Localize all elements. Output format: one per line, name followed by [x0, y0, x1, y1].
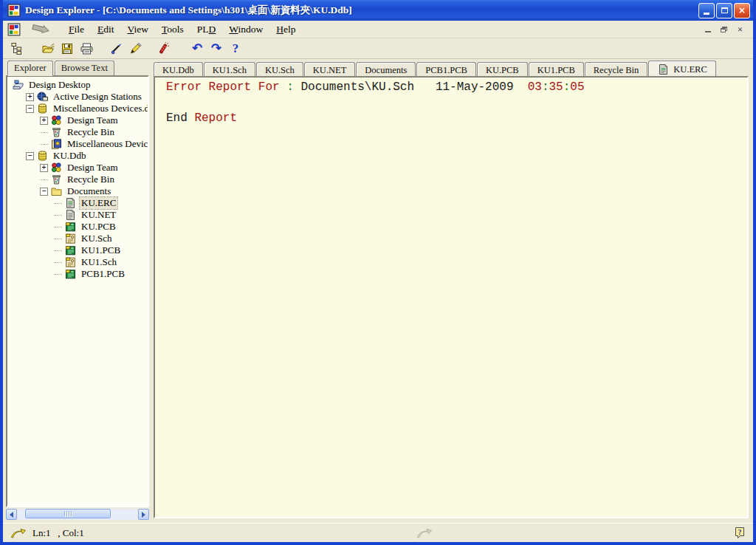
- doc-tab-ku-ddb[interactable]: KU.Ddb: [154, 62, 203, 76]
- tree-item-label: Recycle Bin: [66, 126, 116, 138]
- library-icon: [50, 138, 63, 150]
- expand-icon[interactable]: +: [26, 93, 34, 101]
- tree-item-design-team[interactable]: +Design Team: [9, 114, 148, 126]
- panel-tab-browse-text[interactable]: Browse Text: [55, 61, 114, 75]
- menu-help[interactable]: Help: [269, 22, 302, 37]
- toggle-design-manager-button[interactable]: [7, 40, 27, 58]
- menu-pld[interactable]: PLD: [190, 22, 223, 37]
- redo-button[interactable]: ↷: [207, 40, 226, 58]
- doc-tab-ku-sch[interactable]: KU.Sch: [256, 62, 303, 76]
- child-minimize-button[interactable]: [701, 24, 715, 35]
- doc-tab-label: Recycle Bin: [594, 65, 639, 76]
- scroll-thumb[interactable]: [25, 509, 111, 518]
- tree-item-ku-pcb[interactable]: KU.PCB: [9, 221, 148, 233]
- child-restore-button[interactable]: [717, 24, 731, 35]
- line-col-indicator: Ln:1 , Col:1: [32, 527, 84, 539]
- stations-icon: [36, 91, 49, 103]
- doc-tab-ku-erc[interactable]: KU.ERC: [648, 61, 716, 76]
- desktop-icon: [12, 79, 24, 91]
- tree-item-design-team[interactable]: +Design Team: [9, 162, 148, 174]
- tree-horizontal-scrollbar[interactable]: [6, 509, 149, 520]
- tree-item-ku-ddb[interactable]: −KU.Ddb: [9, 150, 148, 162]
- tree-item-label: KU.Ddb: [52, 150, 87, 162]
- doc-tab-pcb1-pcb[interactable]: PCB1.PCB: [416, 62, 476, 76]
- window-titlebar[interactable]: Design Explorer - [C:\Documents and Sett…: [3, 0, 753, 21]
- close-button[interactable]: ×: [734, 3, 750, 18]
- svg-text:?: ?: [738, 527, 742, 535]
- scroll-track[interactable]: [18, 509, 137, 520]
- doc-tab-ku1-sch[interactable]: KU1.Sch: [204, 62, 255, 76]
- tree-item-ku-sch[interactable]: KU.Sch: [9, 233, 148, 244]
- tree-item-ku-erc[interactable]: KU.ERC: [9, 197, 148, 209]
- tree-item-miscellaneous-devices-lib[interactable]: Miscellaneous Devices.lib: [9, 138, 148, 150]
- expand-icon[interactable]: +: [40, 164, 48, 172]
- doc-tab-documents[interactable]: Documents: [356, 62, 416, 76]
- doc-tab-label: KU.Ddb: [162, 65, 194, 76]
- doc-tab-ku-pcb[interactable]: KU.PCB: [477, 62, 528, 76]
- tree-item-label: KU1.PCB: [80, 244, 122, 256]
- tree-item-ku1-sch[interactable]: KU1.Sch: [9, 256, 148, 268]
- tree-item-miscellaneous-devices-ddb[interactable]: −Miscellaneous Devices.ddb: [9, 103, 148, 114]
- menu-file[interactable]: File: [62, 22, 91, 37]
- child-close-button[interactable]: ×: [733, 24, 747, 35]
- tree-item-ku1-pcb[interactable]: KU1.PCB: [9, 244, 148, 256]
- tree-item-design-desktop[interactable]: Design Desktop: [9, 79, 148, 91]
- menu-edit[interactable]: Edit: [91, 22, 121, 37]
- collapse-icon[interactable]: −: [26, 152, 34, 160]
- tree-item-recycle-bin[interactable]: Recycle Bin: [9, 174, 148, 185]
- run-erc-button[interactable]: [154, 40, 173, 58]
- tree-item-documents[interactable]: −Documents: [9, 185, 148, 197]
- tree-item-label: Documents: [66, 185, 112, 197]
- tree-item-ku-net[interactable]: KU.NET: [9, 209, 148, 221]
- erc-report-text: Error Report For : Documents\KU.Sch 11-M…: [155, 78, 747, 126]
- team-icon: [50, 162, 63, 174]
- menu-tools[interactable]: Tools: [155, 22, 190, 37]
- jump-arrow-icon: [10, 528, 27, 538]
- tree-item-label: Miscellaneous Devices.ddb: [52, 103, 149, 114]
- pen-icon: [128, 42, 142, 55]
- menu-window[interactable]: Window: [222, 22, 269, 37]
- app-logo-icon: [7, 4, 21, 17]
- tree-item-active-design-stations[interactable]: +Active Design Stations: [9, 91, 148, 103]
- expand-icon[interactable]: +: [40, 117, 48, 125]
- doc-tab-label: KU1.Sch: [213, 65, 247, 76]
- net-doc-icon: [64, 209, 77, 221]
- print-button[interactable]: [77, 40, 96, 58]
- erc-report-view[interactable]: Error Report For : Documents\KU.Sch 11-M…: [154, 76, 749, 518]
- minimize-button[interactable]: [698, 3, 715, 18]
- doc-tab-ku-net[interactable]: KU.NET: [304, 62, 355, 76]
- tree-item-label: Recycle Bin: [66, 174, 116, 185]
- collapse-icon[interactable]: −: [26, 105, 34, 113]
- edit-tool-button[interactable]: [126, 40, 145, 58]
- tree-item-label: KU.Sch: [80, 233, 114, 244]
- erc-doc-icon: [64, 197, 77, 209]
- collapse-icon[interactable]: −: [40, 188, 48, 196]
- context-help-icon[interactable]: ?: [734, 527, 746, 540]
- save-document-button[interactable]: [58, 40, 77, 58]
- mdi-child-icon[interactable]: [7, 23, 21, 36]
- tree-connector: [54, 262, 62, 263]
- tree-item-pcb1-pcb[interactable]: PCB1.PCB: [9, 268, 148, 280]
- tree-connector: [54, 274, 62, 275]
- pcb-doc-icon: [64, 221, 77, 233]
- panel-tab-explorer[interactable]: Explorer: [7, 61, 53, 76]
- pcb-doc-icon: [64, 268, 77, 280]
- undo-button[interactable]: ↶: [188, 40, 207, 58]
- scroll-left-arrow[interactable]: [6, 509, 17, 520]
- doc-tab-label: KU.PCB: [486, 65, 519, 76]
- tree-connector: [54, 215, 62, 216]
- cross-probe-button[interactable]: [106, 40, 126, 58]
- tree-item-recycle-bin[interactable]: Recycle Bin: [9, 126, 148, 138]
- menu-view[interactable]: View: [121, 22, 155, 37]
- doc-tab-label: PCB1.PCB: [425, 65, 467, 76]
- tree-item-label: Active Design Stations: [52, 91, 143, 103]
- doc-tab-recycle-bin[interactable]: Recycle Bin: [585, 62, 647, 76]
- maximize-button[interactable]: [716, 3, 732, 18]
- doc-tab-label: KU1.PCB: [537, 65, 575, 76]
- scroll-right-arrow[interactable]: [138, 509, 149, 520]
- doc-tab-ku1-pcb[interactable]: KU1.PCB: [529, 62, 584, 76]
- open-document-button[interactable]: [38, 40, 58, 58]
- help-button[interactable]: ?: [226, 40, 245, 58]
- document-drop-arrow-icon[interactable]: [31, 24, 50, 35]
- status-bar: Ln:1 , Col:1 ?: [3, 523, 753, 542]
